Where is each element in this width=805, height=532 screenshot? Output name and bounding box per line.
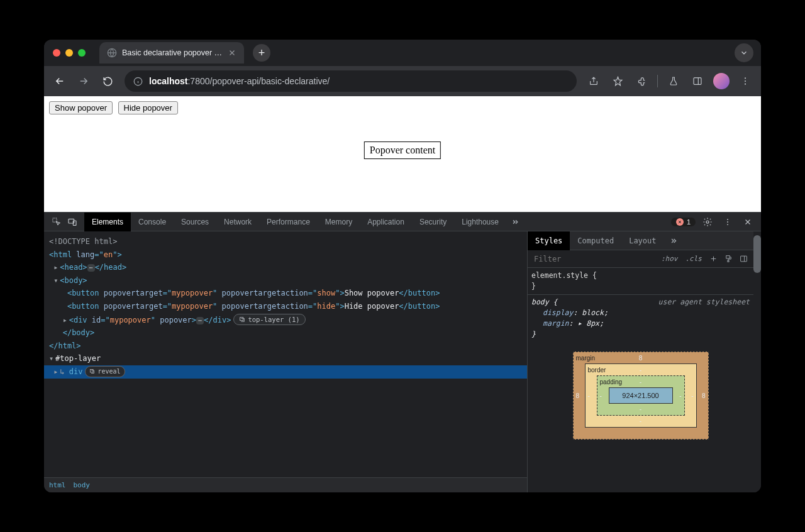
svg-point-9: [706, 221, 709, 223]
tab-computed[interactable]: Computed: [570, 231, 621, 250]
tab-application[interactable]: Application: [360, 213, 412, 231]
breadcrumb-item[interactable]: html: [49, 481, 66, 489]
close-icon[interactable]: [740, 214, 756, 230]
hide-popover-button[interactable]: Hide popover: [118, 101, 178, 114]
tab-lighthouse[interactable]: Lighthouse: [454, 213, 506, 231]
box-model[interactable]: margin 8 8 8 border - - - -: [573, 352, 709, 440]
labs-icon[interactable]: [663, 70, 684, 92]
styles-rules: element.style { } body {user agent style…: [528, 268, 753, 442]
svg-rect-15: [726, 256, 729, 258]
filter-input[interactable]: [531, 255, 656, 263]
scrollbar[interactable]: [753, 231, 761, 492]
device-toggle-icon[interactable]: [64, 214, 80, 230]
reload-button[interactable]: [97, 70, 118, 92]
svg-rect-16: [727, 260, 728, 262]
svg-rect-2: [694, 78, 701, 85]
styles-panel: Styles Computed Layout :hov .cls element…: [527, 231, 753, 492]
tab-security[interactable]: Security: [412, 213, 454, 231]
popover-content: Popover content: [364, 141, 441, 159]
tab-network[interactable]: Network: [216, 213, 259, 231]
code-doctype: <!DOCTYPE html>: [49, 237, 117, 246]
address-bar[interactable]: localhost:7800/popover-api/basic-declara…: [125, 70, 577, 92]
browser-tab[interactable]: Basic declarative popover exa: [99, 42, 244, 64]
elements-panel[interactable]: <!DOCTYPE html> <html lang="en"> ▸<head>…: [44, 231, 527, 492]
tab-console[interactable]: Console: [131, 213, 174, 231]
svg-point-4: [745, 80, 746, 82]
browser-window: Basic declarative popover exa + localhos…: [44, 40, 761, 492]
hov-toggle[interactable]: :hov: [658, 255, 680, 263]
traffic-lights: [53, 49, 86, 57]
maximize-window-icon[interactable]: [78, 49, 86, 57]
share-icon[interactable]: [583, 70, 604, 92]
box-model-content: 924×21.500: [609, 387, 673, 404]
side-panel-icon[interactable]: [687, 70, 708, 92]
plus-icon[interactable]: [707, 251, 719, 267]
paint-icon[interactable]: [722, 251, 735, 267]
breadcrumb: html body: [44, 477, 527, 492]
close-icon[interactable]: [228, 48, 236, 57]
svg-point-5: [745, 84, 746, 85]
error-icon: [676, 218, 684, 226]
avatar: [713, 73, 730, 89]
gear-icon[interactable]: [699, 214, 716, 230]
svg-point-11: [727, 221, 728, 223]
top-layer-badge[interactable]: top-layer (1): [233, 314, 305, 325]
extensions-icon[interactable]: [631, 70, 652, 92]
svg-point-10: [727, 218, 728, 219]
profile-avatar[interactable]: [711, 70, 732, 92]
bookmark-icon[interactable]: [607, 70, 628, 92]
tab-elements[interactable]: Elements: [84, 213, 131, 231]
top-layer-heading[interactable]: #top-layer: [55, 354, 101, 363]
kebab-menu-icon[interactable]: [735, 70, 756, 92]
back-button[interactable]: [49, 70, 70, 92]
devtools: Elements Console Sources Network Perform…: [44, 212, 761, 492]
error-count-badge[interactable]: 1: [671, 218, 696, 226]
svg-rect-13: [240, 317, 243, 320]
svg-rect-14: [91, 370, 94, 373]
show-popover-button[interactable]: Show popover: [49, 101, 113, 114]
tab-title: Basic declarative popover exa: [122, 48, 223, 57]
tab-sources[interactable]: Sources: [174, 213, 216, 231]
svg-point-3: [745, 77, 746, 79]
toolbar-divider: [657, 75, 658, 87]
new-tab-button[interactable]: +: [253, 44, 270, 62]
error-count: 1: [687, 218, 691, 226]
url-text: localhost:7800/popover-api/basic-declara…: [149, 76, 330, 86]
tab-memory[interactable]: Memory: [318, 213, 360, 231]
tab-bar: Basic declarative popover exa +: [44, 40, 761, 66]
info-icon: [133, 77, 143, 86]
more-tabs-icon[interactable]: [506, 214, 523, 230]
tab-styles[interactable]: Styles: [528, 231, 570, 250]
browser-toolbar: localhost:7800/popover-api/basic-declara…: [44, 66, 761, 96]
chevron-down-icon[interactable]: [735, 43, 753, 62]
tab-layout[interactable]: Layout: [621, 231, 663, 250]
panel-icon[interactable]: [737, 251, 750, 267]
devtools-tabs: Elements Console Sources Network Perform…: [44, 213, 761, 231]
cls-toggle[interactable]: .cls: [683, 255, 705, 263]
more-tabs-icon[interactable]: [665, 233, 682, 249]
globe-icon: [107, 48, 117, 58]
selected-element-row[interactable]: ▸↳ divreveal: [44, 365, 527, 379]
inspect-icon[interactable]: [48, 214, 64, 230]
minimize-window-icon[interactable]: [65, 49, 73, 57]
page-viewport: Show popover Hide popover Popover conten…: [44, 96, 761, 212]
svg-point-12: [727, 224, 728, 225]
tab-performance[interactable]: Performance: [259, 213, 318, 231]
forward-button[interactable]: [73, 70, 94, 92]
reveal-badge[interactable]: reveal: [85, 366, 125, 377]
kebab-menu-icon[interactable]: [719, 214, 736, 230]
breadcrumb-item[interactable]: body: [74, 481, 91, 489]
close-window-icon[interactable]: [53, 49, 60, 57]
svg-rect-17: [740, 256, 747, 262]
